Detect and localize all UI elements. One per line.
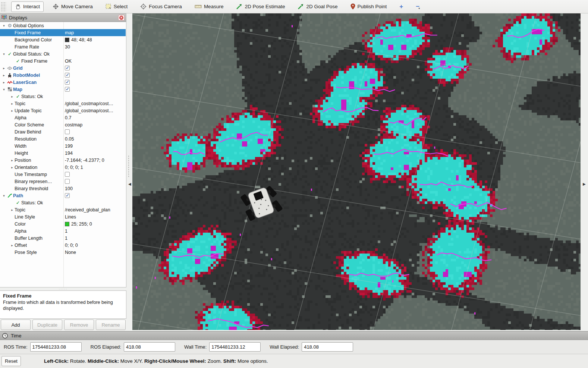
- tree-row-global-status-ok[interactable]: ▾✓Global Status: Ok: [0, 50, 126, 57]
- property-value[interactable]: 0; 0; 0: [65, 242, 78, 249]
- reset-button[interactable]: Reset: [1, 356, 21, 366]
- property-value[interactable]: [65, 178, 70, 185]
- render-view[interactable]: [132, 13, 581, 330]
- duplicate-button[interactable]: Duplicate: [32, 320, 62, 330]
- expander-closed-icon[interactable]: ▸: [10, 102, 15, 106]
- property-value[interactable]: 199: [65, 142, 73, 150]
- expander-open-icon[interactable]: ▾: [1, 24, 6, 28]
- tree-row-fixed-frame[interactable]: ✓Fixed FrameOK: [0, 57, 126, 65]
- tool-button-interact[interactable]: Interact: [11, 1, 44, 12]
- tree-row-color[interactable]: Color25; 255; 0: [0, 220, 126, 227]
- tool-button-2d-goal-pose[interactable]: 2D Goal Pose: [294, 1, 341, 12]
- expander-closed-icon[interactable]: ▸: [10, 208, 15, 212]
- expander-closed-icon[interactable]: ▸: [10, 166, 15, 169]
- property-value[interactable]: [65, 171, 70, 178]
- time-panel-titlebar[interactable]: Time: [0, 331, 588, 340]
- tree-row-frame-rate[interactable]: Frame Rate30: [0, 43, 126, 50]
- expander-closed-icon[interactable]: ▸: [10, 109, 15, 113]
- expander-closed-icon[interactable]: ▸: [1, 81, 6, 84]
- expand-right-arrow-icon[interactable]: ▶: [583, 182, 586, 186]
- tree-row-topic[interactable]: ▸Topic/global_costmap/cost…: [0, 100, 126, 107]
- tree-row-buffer-length[interactable]: Buffer Length1: [0, 235, 126, 242]
- property-value[interactable]: /global_costmap/cost…: [65, 107, 113, 114]
- expander-open-icon[interactable]: ▾: [1, 52, 6, 56]
- tool-button-plus-icon[interactable]: +: [396, 1, 407, 12]
- tree-row-status-ok[interactable]: ✓Status: Ok: [0, 199, 126, 206]
- tree-row-grid[interactable]: ▸Grid: [0, 65, 126, 72]
- tool-button-2d-pose-estimate[interactable]: 2D Pose Estimate: [232, 1, 289, 12]
- tree-row-status-ok[interactable]: ▸✓Status: Ok: [0, 93, 126, 100]
- tree-row-path[interactable]: ▾Path: [0, 192, 126, 199]
- checkbox-checked[interactable]: [65, 66, 70, 70]
- property-value[interactable]: [65, 192, 70, 199]
- tree-row-alpha[interactable]: Alpha1: [0, 227, 126, 235]
- tree-row-alpha[interactable]: Alpha0.7: [0, 114, 126, 121]
- tree-row-position[interactable]: ▸Position-7.1644; -4.2377; 0: [0, 157, 126, 164]
- tree-row-offset[interactable]: ▸Offset0; 0; 0: [0, 242, 126, 249]
- checkbox-checked[interactable]: [65, 87, 70, 92]
- property-value[interactable]: costmap: [65, 121, 82, 128]
- tree-row-background-color[interactable]: Background Color48; 48; 48: [0, 36, 126, 43]
- property-value[interactable]: 194: [65, 150, 73, 157]
- tool-button-move-camera[interactable]: Move Camera: [49, 1, 97, 12]
- tool-button-select[interactable]: Select: [102, 1, 132, 12]
- costmap-3d-view[interactable]: [132, 13, 581, 330]
- property-value[interactable]: /global_costmap/cost…: [65, 100, 113, 107]
- property-value[interactable]: [65, 79, 70, 86]
- property-value[interactable]: 0; 0; 0; 1: [65, 164, 83, 171]
- expander-closed-icon[interactable]: ▸: [10, 95, 15, 98]
- tree-row-update-topic[interactable]: ▸Update Topic/global_costmap/cost…: [0, 107, 126, 114]
- collapse-left-arrow-icon[interactable]: ◀: [128, 182, 131, 186]
- tool-button-minus-icon[interactable]: −▾: [412, 1, 424, 12]
- tree-row-resolution[interactable]: Resolution0.05: [0, 135, 126, 142]
- checkbox-checked[interactable]: [65, 80, 70, 85]
- expander-closed-icon[interactable]: ▸: [10, 243, 15, 247]
- property-value[interactable]: [65, 72, 70, 79]
- tool-button-focus-camera[interactable]: Focus Camera: [136, 1, 186, 12]
- tool-button-measure[interactable]: Measure: [191, 1, 227, 12]
- tree-row-topic[interactable]: ▸Topic/received_global_plan: [0, 206, 126, 213]
- property-value[interactable]: 30: [65, 43, 70, 50]
- property-value[interactable]: 100: [65, 185, 73, 192]
- tree-row-robotmodel[interactable]: ▸RobotModel: [0, 72, 126, 79]
- expander-open-icon[interactable]: ▾: [1, 88, 6, 91]
- tree-row-global-options[interactable]: ▾⚙Global Options: [0, 22, 126, 29]
- tree-row-width[interactable]: Width199: [0, 142, 126, 150]
- remove-button[interactable]: Remove: [64, 320, 94, 330]
- expander-closed-icon[interactable]: ▸: [10, 158, 15, 162]
- ros-elapsed-input[interactable]: [124, 342, 175, 352]
- right-view-splitter[interactable]: ▶: [581, 13, 588, 330]
- property-value[interactable]: None: [65, 249, 76, 256]
- tree-row-map[interactable]: ▾Map: [0, 86, 126, 93]
- tool-button-publish-point[interactable]: Publish Point: [347, 1, 391, 12]
- property-value[interactable]: 48; 48; 48: [65, 36, 92, 43]
- tree-row-laserscan[interactable]: ▸LaserScan: [0, 79, 126, 86]
- property-value[interactable]: OK: [65, 57, 72, 65]
- rename-button[interactable]: Rename: [96, 320, 126, 330]
- property-value[interactable]: 1: [65, 227, 67, 235]
- property-value[interactable]: -7.1644; -4.2377; 0: [65, 157, 104, 164]
- property-value[interactable]: 0.05: [65, 135, 74, 142]
- property-value[interactable]: Lines: [65, 213, 76, 220]
- tree-row-use-timestamp[interactable]: Use Timestamp: [0, 171, 126, 178]
- property-value[interactable]: 25; 255; 0: [65, 220, 92, 227]
- property-value[interactable]: /received_global_plan: [65, 206, 110, 213]
- tree-row-fixed-frame[interactable]: Fixed Framemap: [0, 29, 126, 36]
- property-value[interactable]: [65, 128, 70, 135]
- checkbox-unchecked[interactable]: [65, 172, 70, 177]
- property-value[interactable]: map: [65, 29, 74, 36]
- tree-row-pose-style[interactable]: Pose StyleNone: [0, 249, 126, 256]
- add-button[interactable]: Add: [1, 320, 31, 330]
- tree-row-height[interactable]: Height194: [0, 150, 126, 157]
- tree-row-orientation[interactable]: ▸Orientation0; 0; 0; 1: [0, 164, 126, 171]
- tree-row-binary-threshold[interactable]: Binary threshold100: [0, 185, 126, 192]
- checkbox-checked[interactable]: [65, 73, 70, 78]
- wall-elapsed-input[interactable]: [302, 342, 353, 352]
- displays-panel-titlebar[interactable]: Displays ✕: [0, 14, 126, 22]
- tree-row-draw-behind[interactable]: Draw Behind: [0, 128, 126, 135]
- close-panel-button[interactable]: ✕: [118, 15, 125, 21]
- expander-open-icon[interactable]: ▾: [1, 194, 6, 198]
- property-value[interactable]: [65, 86, 70, 93]
- tree-row-color-scheme[interactable]: Color Schemecostmap: [0, 121, 126, 128]
- property-value[interactable]: [65, 65, 70, 72]
